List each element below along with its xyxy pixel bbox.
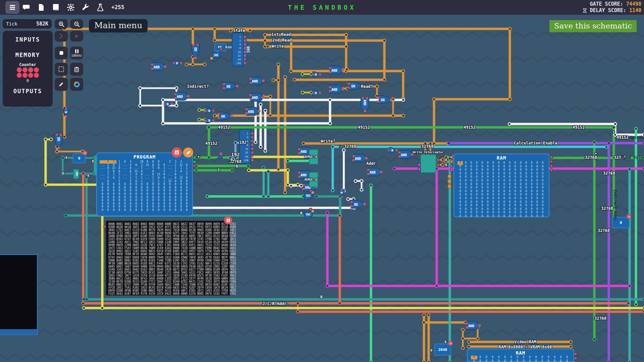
wire-node[interactable] bbox=[82, 172, 85, 175]
wire-node[interactable] bbox=[570, 345, 572, 348]
zoom-out-button[interactable] bbox=[70, 19, 83, 29]
hex-list-button[interactable] bbox=[224, 216, 232, 224]
wire-node[interactable] bbox=[139, 87, 142, 89]
pin[interactable] bbox=[550, 156, 553, 159]
n-gate[interactable]: N bbox=[312, 90, 321, 96]
wire-node[interactable] bbox=[462, 337, 464, 340]
wire-node[interactable] bbox=[83, 307, 85, 309]
pin[interactable] bbox=[550, 160, 553, 163]
wire-node[interactable] bbox=[441, 164, 444, 166]
wire-node[interactable] bbox=[64, 214, 67, 217]
wire-node[interactable] bbox=[297, 302, 299, 305]
wire-node[interactable] bbox=[264, 149, 267, 152]
wire-node[interactable] bbox=[248, 169, 250, 172]
wire-node[interactable] bbox=[347, 198, 350, 200]
wire-node[interactable] bbox=[435, 285, 438, 287]
wire-node[interactable] bbox=[643, 298, 644, 301]
program-list-button[interactable] bbox=[172, 147, 182, 158]
decoder-component[interactable]: DEC1248163264128 bbox=[232, 33, 250, 66]
wire-node[interactable] bbox=[643, 167, 644, 170]
pin[interactable] bbox=[574, 357, 577, 360]
wire-node[interactable] bbox=[370, 184, 372, 187]
pin[interactable] bbox=[220, 48, 223, 51]
wire-node[interactable] bbox=[185, 63, 188, 66]
wire-node[interactable] bbox=[254, 141, 257, 143]
wire-node[interactable] bbox=[614, 123, 616, 125]
wire-node[interactable] bbox=[208, 126, 210, 129]
wire-node[interactable] bbox=[277, 63, 280, 66]
wire-node[interactable] bbox=[393, 167, 396, 170]
swc-gate[interactable]: SWC bbox=[304, 191, 314, 200]
wire-node[interactable] bbox=[423, 314, 425, 316]
and-gate[interactable]: AND bbox=[250, 77, 265, 85]
wire-node[interactable] bbox=[607, 142, 610, 144]
pin[interactable] bbox=[418, 164, 421, 167]
pin[interactable] bbox=[450, 160, 453, 163]
counter-preview[interactable] bbox=[3, 67, 53, 72]
wire-node[interactable] bbox=[269, 114, 272, 117]
or-gate[interactable]: OR bbox=[377, 96, 393, 104]
and-gate[interactable]: AND bbox=[329, 85, 344, 93]
wire-node[interactable] bbox=[198, 109, 201, 111]
wire-node[interactable] bbox=[300, 184, 303, 187]
wire-node[interactable] bbox=[326, 285, 329, 287]
wire-node[interactable] bbox=[82, 302, 85, 305]
wire-node[interactable] bbox=[433, 98, 435, 101]
wire-node[interactable] bbox=[392, 114, 394, 117]
wire-node[interactable] bbox=[376, 85, 378, 88]
save-schematic-button[interactable]: Save this schematic bbox=[549, 20, 637, 32]
wire-node[interactable] bbox=[342, 149, 345, 152]
wire-node[interactable] bbox=[267, 170, 270, 173]
screen-component[interactable] bbox=[0, 254, 38, 335]
wire-node[interactable] bbox=[448, 361, 451, 362]
pause-speed-button[interactable]: 100kHz bbox=[70, 47, 83, 59]
wire-node[interactable] bbox=[56, 150, 58, 153]
wire-node[interactable] bbox=[508, 123, 511, 125]
pin[interactable] bbox=[448, 175, 451, 178]
wire-node[interactable] bbox=[264, 39, 266, 42]
wire-node[interactable] bbox=[213, 39, 216, 42]
wire-node[interactable] bbox=[360, 188, 363, 191]
pin[interactable] bbox=[309, 208, 312, 211]
wire-node[interactable] bbox=[264, 34, 266, 36]
wire-node[interactable] bbox=[229, 29, 232, 32]
wire-node[interactable] bbox=[213, 27, 216, 30]
pin[interactable] bbox=[193, 156, 196, 159]
wire-node[interactable] bbox=[441, 159, 444, 161]
loop-mode-button[interactable] bbox=[70, 78, 83, 91]
wire-node[interactable] bbox=[301, 73, 304, 75]
wire-node[interactable] bbox=[635, 303, 637, 306]
wire-node[interactable] bbox=[338, 302, 341, 305]
wire-node[interactable] bbox=[462, 328, 464, 331]
wire-node[interactable] bbox=[593, 338, 596, 341]
wire-node[interactable] bbox=[354, 180, 357, 182]
wire-node[interactable] bbox=[447, 142, 450, 144]
wire-node[interactable] bbox=[61, 157, 64, 159]
wire-node[interactable] bbox=[267, 195, 270, 198]
wire-node[interactable] bbox=[612, 126, 615, 129]
wire-node[interactable] bbox=[476, 337, 479, 340]
pin[interactable] bbox=[193, 161, 196, 164]
wire-node[interactable] bbox=[427, 361, 430, 362]
write-interceptor-component[interactable] bbox=[421, 155, 436, 173]
wire-node[interactable] bbox=[192, 27, 194, 30]
wire-node[interactable] bbox=[402, 70, 405, 72]
counter-preview-row2[interactable] bbox=[3, 73, 53, 78]
draw-button[interactable] bbox=[55, 78, 68, 91]
wire-node[interactable] bbox=[286, 160, 289, 162]
wire-node[interactable] bbox=[345, 34, 347, 36]
and-gate[interactable]: AND bbox=[361, 97, 369, 112]
and-gate[interactable]: AND bbox=[246, 107, 261, 115]
pin[interactable] bbox=[309, 189, 312, 192]
register-component[interactable]: 016 bbox=[73, 150, 87, 163]
pin[interactable] bbox=[418, 168, 421, 171]
wire-node[interactable] bbox=[203, 63, 206, 66]
wire-node[interactable] bbox=[643, 307, 644, 309]
wire-node[interactable] bbox=[329, 99, 331, 101]
wire-node[interactable] bbox=[508, 98, 511, 101]
wire-node[interactable] bbox=[345, 45, 347, 48]
wire-node[interactable] bbox=[264, 45, 266, 48]
wire-node[interactable] bbox=[231, 169, 233, 172]
wire-node[interactable] bbox=[290, 184, 292, 187]
wire-node[interactable] bbox=[402, 99, 405, 101]
